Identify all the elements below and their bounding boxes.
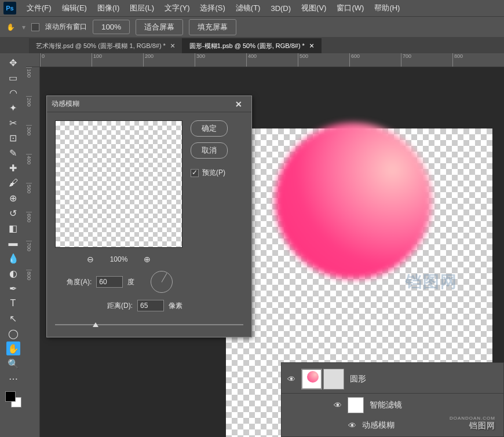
distance-slider[interactable] <box>55 321 243 329</box>
dodge-tool-icon[interactable]: ◐ <box>6 266 20 280</box>
menu-window[interactable]: 窗口(W) <box>332 1 368 16</box>
marquee-tool-icon[interactable]: ▭ <box>6 71 20 85</box>
watermark-sub: DOANDOAN.COM <box>450 416 495 421</box>
gradient-tool-icon[interactable]: ▬ <box>6 236 20 250</box>
layer-row-smart-filters[interactable]: 👁 智能滤镜 <box>282 394 503 417</box>
filter-preview[interactable] <box>55 120 182 248</box>
slider-thumb-icon[interactable] <box>93 322 98 327</box>
zoom-in-icon[interactable]: ⊕ <box>144 255 151 264</box>
visibility-icon[interactable]: 👁 <box>348 421 356 430</box>
toolbar: ✥ ▭ ◠ ✦ ✂ ⊡ ✎ ✚ 🖌 ⊕ ↺ ◧ ▬ 💧 ◐ ✒ T ↖ ◯ ✋ … <box>0 53 26 437</box>
distance-unit: 像素 <box>169 301 182 311</box>
ellipse-tool-icon[interactable]: ◯ <box>6 326 20 340</box>
ruler-vertical: 100 200 300 400 500 600 700 800 <box>26 67 40 437</box>
menu-edit[interactable]: 编辑(E) <box>57 1 92 16</box>
doc-tab-label: 圆形-模糊1.psb @ 50% (圆形, RGB/8#) * <box>189 42 305 50</box>
menu-image[interactable]: 图像(I) <box>93 1 124 16</box>
menubar: Ps 文件(F) 编辑(E) 图像(I) 图层(L) 文字(Y) 选择(S) 滤… <box>0 0 504 16</box>
layer-name[interactable]: 圆形 <box>350 374 366 384</box>
stamp-tool-icon[interactable]: ⊕ <box>6 191 20 205</box>
crop-tool-icon[interactable]: ✂ <box>6 116 20 130</box>
hand-tool-icon: ✋ <box>5 21 16 33</box>
menu-file[interactable]: 文件(F) <box>22 1 56 16</box>
close-icon[interactable]: ✕ <box>231 98 247 110</box>
watermark-brand: 铛图网 <box>469 421 495 431</box>
menu-help[interactable]: 帮助(H) <box>370 1 404 16</box>
cancel-button[interactable]: 取消 <box>191 142 228 159</box>
history-brush-tool-icon[interactable]: ↺ <box>6 206 20 220</box>
blur-tool-icon[interactable]: 💧 <box>6 251 20 265</box>
circle-shape <box>275 123 432 279</box>
menu-layer[interactable]: 图层(L) <box>125 1 159 16</box>
zoom-tool-icon[interactable]: 🔍 <box>6 357 20 370</box>
fit-screen-button[interactable]: 适合屏幕 <box>136 19 183 35</box>
motion-blur-dialog: 动感模糊 ✕ 确定 取消 预览(P) ⊖ 100% ⊕ 角度(A): 度 <box>46 96 252 337</box>
type-tool-icon[interactable]: T <box>6 296 20 310</box>
filter-name[interactable]: 动感模糊 <box>362 420 395 431</box>
visibility-icon[interactable]: 👁 <box>334 401 342 410</box>
layer-thumbnail[interactable] <box>301 369 322 390</box>
app-icon: Ps <box>3 2 16 14</box>
close-icon[interactable]: × <box>170 41 175 50</box>
layer-row-main[interactable]: 👁 圆形 <box>282 365 503 394</box>
distance-label: 距离(D): <box>107 301 133 311</box>
mask-thumbnail[interactable] <box>323 369 344 390</box>
distance-input[interactable] <box>137 300 164 311</box>
path-select-tool-icon[interactable]: ↖ <box>6 311 20 325</box>
doc-tab-0[interactable]: 艺术海报.psd @ 50% (圆形-模糊 1, RGB/8#) * × <box>29 38 182 53</box>
angle-unit: 度 <box>127 277 134 287</box>
dialog-titlebar[interactable]: 动感模糊 ✕ <box>47 96 251 112</box>
scroll-all-checkbox[interactable] <box>31 23 39 31</box>
eyedropper-tool-icon[interactable]: ✎ <box>6 146 20 160</box>
smart-filter-label: 智能滤镜 <box>370 400 402 410</box>
options-bar: ✋ ▾ 滚动所有窗口 100% 适合屏幕 填充屏幕 <box>0 16 504 37</box>
menu-3d[interactable]: 3D(D) <box>266 2 295 15</box>
doc-tab-1[interactable]: 圆形-模糊1.psb @ 50% (圆形, RGB/8#) * × <box>182 38 322 53</box>
color-swatches[interactable] <box>5 391 21 407</box>
ruler-corner <box>26 53 40 67</box>
foreground-color-swatch[interactable] <box>5 391 16 402</box>
angle-label: 角度(A): <box>67 277 92 287</box>
brush-tool-icon[interactable]: 🖌 <box>6 176 20 190</box>
smart-filter-thumbnail[interactable] <box>348 397 364 413</box>
ruler-horizontal: 0 100 200 300 400 500 600 700 800 <box>40 53 504 67</box>
doc-tab-label: 艺术海报.psd @ 50% (圆形-模糊 1, RGB/8#) * <box>36 42 166 50</box>
eraser-tool-icon[interactable]: ◧ <box>6 221 20 235</box>
watermark-brand-2: 铛图网 <box>406 271 458 293</box>
scroll-all-label: 滚动所有窗口 <box>45 22 87 32</box>
lasso-tool-icon[interactable]: ◠ <box>6 86 20 100</box>
healing-tool-icon[interactable]: ✚ <box>6 161 20 175</box>
frame-tool-icon[interactable]: ⊡ <box>6 131 20 145</box>
more-tools-icon[interactable]: ⋯ <box>6 372 20 385</box>
preview-checkbox[interactable] <box>191 169 199 177</box>
zoom-out-icon[interactable]: ⊖ <box>87 255 94 264</box>
menu-filter[interactable]: 滤镜(T) <box>231 1 265 16</box>
angle-dial[interactable] <box>151 271 173 293</box>
fill-screen-button[interactable]: 填充屏幕 <box>189 19 236 35</box>
close-icon[interactable]: × <box>309 41 314 50</box>
menu-type[interactable]: 文字(Y) <box>160 1 194 16</box>
preview-label: 预览(P) <box>202 168 225 178</box>
preview-zoom-value: 100% <box>110 255 128 263</box>
hand-tool-icon[interactable]: ✋ <box>6 341 20 355</box>
visibility-icon[interactable]: 👁 <box>287 374 295 384</box>
magic-wand-tool-icon[interactable]: ✦ <box>6 101 20 115</box>
ok-button[interactable]: 确定 <box>191 120 228 137</box>
document-tabs: 艺术海报.psd @ 50% (圆形-模糊 1, RGB/8#) * × 圆形-… <box>0 37 504 53</box>
pen-tool-icon[interactable]: ✒ <box>6 281 20 295</box>
zoom-value-button[interactable]: 100% <box>93 20 130 34</box>
menu-select[interactable]: 选择(S) <box>195 1 229 16</box>
move-tool-icon[interactable]: ✥ <box>6 56 20 69</box>
angle-input[interactable] <box>96 276 123 288</box>
dialog-title: 动感模糊 <box>52 99 79 109</box>
menu-view[interactable]: 视图(V) <box>297 1 331 16</box>
